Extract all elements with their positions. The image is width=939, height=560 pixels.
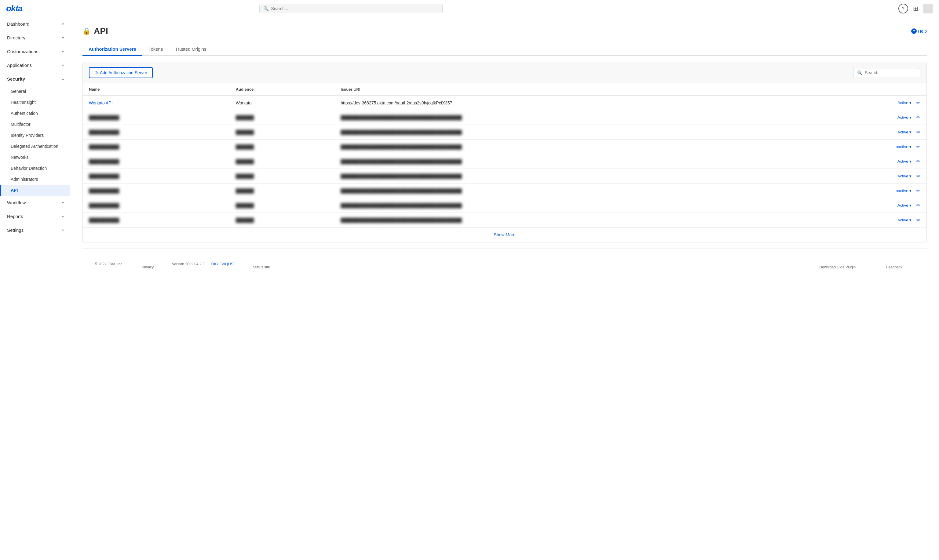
column-actions [795,83,927,95]
sidebar-item-networks[interactable]: Networks [0,152,70,163]
server-name-link[interactable]: Workato API [89,100,113,105]
cell-issuer-uri: ████████████████████████████████████████ [334,125,795,140]
footer-privacy-link[interactable]: Privacy [129,260,166,274]
show-more-button[interactable]: Show More [494,232,516,237]
edit-icon[interactable]: ✏ [916,202,921,208]
edit-icon[interactable]: ✏ [916,129,921,135]
cell-issuer-uri: ████████████████████████████████████████ [334,154,795,169]
footer-version: Version 2022.04.2 C [172,262,205,266]
cell-audience: ██████ [230,198,335,213]
table-row: ██████████ ██████ ██████████████████████… [83,198,927,213]
cell-name: ██████████ [83,183,230,198]
status-badge[interactable]: Active ▾ [897,174,911,178]
cell-name: ██████████ [83,169,230,183]
cell-audience: ██████ [230,154,335,169]
table-search-bar[interactable]: 🔍 [853,68,921,77]
main-content: 🔒 API ? Help Authorization Servers Token… [70,17,939,560]
grid-icon[interactable]: ⊞ [913,5,918,12]
add-authorization-server-button[interactable]: ⊕ Add Authorization Server [89,67,153,78]
column-name: Name [83,83,230,95]
cell-name[interactable]: Workato API [83,95,230,110]
footer-feedback[interactable]: Feedback [874,260,914,274]
cell-audience: ██████ [230,183,335,198]
status-badge[interactable]: Active ▾ [897,159,911,164]
table-search-input[interactable] [865,70,916,75]
cell-name: ██████████ [83,198,230,213]
status-badge[interactable]: Inactive ▾ [895,145,911,149]
edit-icon[interactable]: ✏ [916,100,921,106]
status-badge[interactable]: Inactive ▾ [895,188,911,193]
cell-name: ██████████ [83,213,230,228]
sidebar-label-security: Security [7,76,25,82]
edit-icon[interactable]: ✏ [916,114,921,120]
chevron-down-icon: ▾ [62,228,64,232]
sidebar-item-delegated-auth[interactable]: Delegated Authentication [0,141,70,152]
footer-download-plugin[interactable]: Download Okta Plugin [807,260,868,274]
sidebar-item-healthinsight[interactable]: HealthInsight [0,97,70,108]
edit-icon[interactable]: ✏ [916,173,921,179]
action-col: Active ▾ ✏ [801,114,921,120]
footer-status-site[interactable]: Status site [241,260,282,274]
cell-name: ██████████ [83,110,230,125]
sidebar-item-workflow[interactable]: Workflow ▾ [0,196,70,209]
status-badge[interactable]: Active ▾ [897,100,911,105]
help-circle-icon[interactable]: ? [898,4,908,14]
avatar[interactable] [923,4,933,14]
cell-actions: Inactive ▾ ✏ [795,183,927,198]
edit-icon[interactable]: ✏ [916,158,921,164]
table-row: ██████████ ██████ ██████████████████████… [83,125,927,140]
action-col: Inactive ▾ ✏ [801,188,921,194]
action-col: Active ▾ ✏ [801,129,921,135]
sidebar-item-behavior-detection[interactable]: Behavior Detection [0,163,70,174]
cell-audience: ██████ [230,125,335,140]
table-row: ██████████ ██████ ██████████████████████… [83,110,927,125]
action-col: Active ▾ ✏ [801,100,921,106]
sidebar-item-directory[interactable]: Directory ▾ [0,31,70,45]
cell-actions: Inactive ▾ ✏ [795,140,927,154]
global-search-bar[interactable]: 🔍 [259,4,443,13]
sidebar-item-api[interactable]: API [0,185,70,196]
cell-issuer-uri: ████████████████████████████████████████ [334,198,795,213]
sidebar-item-authentication[interactable]: Authentication [0,108,70,119]
edit-icon[interactable]: ✏ [916,188,921,194]
global-search-input[interactable] [271,6,439,11]
cell-audience: ██████ [230,213,335,228]
sidebar-item-multifactor[interactable]: Multifactor [0,119,70,130]
help-link[interactable]: ? Help [911,28,927,34]
sidebar-item-customizations[interactable]: Customizations ▾ [0,45,70,58]
sidebar-item-dashboard[interactable]: Dashboard ▾ [0,17,70,31]
sidebar-item-general[interactable]: General [0,86,70,97]
sidebar-item-settings[interactable]: Settings ▾ [0,223,70,237]
edit-icon[interactable]: ✏ [916,217,921,223]
cell-actions: Active ▾ ✏ [795,154,927,169]
status-badge[interactable]: Active ▾ [897,218,911,222]
status-badge[interactable]: Active ▾ [897,130,911,134]
sidebar-item-security[interactable]: Security ▴ [0,72,70,86]
sidebar-item-reports[interactable]: Reports ▾ [0,209,70,223]
content-toolbar: ⊕ Add Authorization Server 🔍 [83,62,927,83]
tab-trusted-origins[interactable]: Trusted Origins [169,43,212,56]
search-icon: 🔍 [857,70,862,75]
layout: Dashboard ▾ Directory ▾ Customizations ▾… [0,17,939,560]
cell-issuer-uri: ████████████████████████████████████████ [334,213,795,228]
sidebar-sub-security: General HealthInsight Authentication Mul… [0,86,70,196]
tab-authorization-servers[interactable]: Authorization Servers [83,43,142,56]
sidebar-item-administrators[interactable]: Administrators [0,174,70,185]
footer-cell[interactable]: OK7 Cell (US) [211,262,235,266]
okta-logo: okta [6,4,23,14]
tab-tokens[interactable]: Tokens [142,43,169,56]
status-badge[interactable]: Active ▾ [897,115,911,120]
edit-icon[interactable]: ✏ [916,144,921,149]
page-title: API [94,26,108,36]
cell-issuer-uri: ████████████████████████████████████████ [334,169,795,183]
footer-left: © 2022 Okta, Inc. Privacy Version 2022.0… [95,254,282,274]
column-audience: Audience [230,83,335,95]
cell-issuer-uri: https://dev-368275.okta.com/oauth2/aus2s… [334,95,795,110]
sidebar-item-applications[interactable]: Applications ▾ [0,58,70,72]
status-badge[interactable]: Active ▾ [897,203,911,208]
sidebar-item-identity-providers[interactable]: Identity Providers [0,130,70,141]
content-area: ⊕ Add Authorization Server 🔍 Name Audien… [83,62,927,242]
cell-issuer-uri: ████████████████████████████████████████ [334,140,795,154]
cell-actions: Active ▾ ✏ [795,198,927,213]
cell-actions: Active ▾ ✏ [795,95,927,110]
